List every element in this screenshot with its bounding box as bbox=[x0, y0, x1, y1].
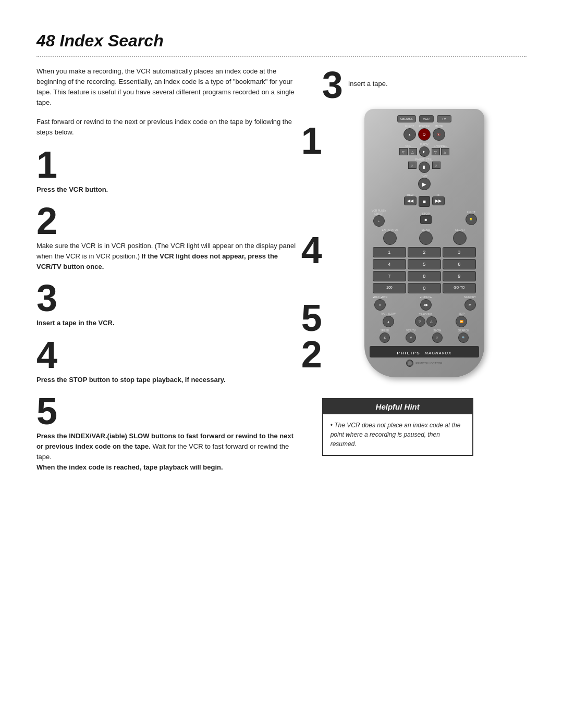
num0-button[interactable]: 0 bbox=[408, 283, 441, 293]
speed-button[interactable]: S bbox=[380, 332, 390, 343]
search-button[interactable]: 🔍 bbox=[458, 332, 469, 343]
step-4-bold: Press the STOP button to stop tape playb… bbox=[36, 376, 226, 384]
step-3-text: Insert a tape in the VCR. bbox=[36, 318, 301, 328]
play-label: PLAY bbox=[370, 174, 479, 177]
num9-button[interactable]: 9 bbox=[443, 271, 476, 281]
num6-button[interactable]: 6 bbox=[443, 259, 476, 269]
exit-menu-clear-row: EXIT/STATUS MENU CLEAR bbox=[372, 228, 477, 245]
stop-button2[interactable]: ■ bbox=[420, 215, 432, 224]
num8-button[interactable]: 8 bbox=[408, 271, 441, 281]
vcr-plus-button[interactable]: + bbox=[373, 215, 385, 227]
philips-brand: PHILIPS bbox=[397, 351, 421, 355]
magnavox-brand: MAGNAVOX bbox=[425, 351, 452, 355]
num7-button[interactable]: 7 bbox=[373, 271, 406, 281]
memory-group: MEMORY M bbox=[464, 295, 475, 311]
fadv-group: F.ADV ▶ bbox=[419, 143, 430, 157]
right-num-4: 4 bbox=[301, 229, 322, 272]
left-column: When you make a recording, the VCR autom… bbox=[36, 66, 301, 480]
fadv-label: F.ADV bbox=[420, 143, 429, 146]
power-button[interactable]: ⏻ bbox=[418, 128, 431, 141]
remote-mode-buttons: CBL/DSS VCR TV bbox=[370, 115, 479, 122]
num5-button[interactable]: 5 bbox=[408, 259, 441, 269]
menu-group: MENU bbox=[419, 228, 433, 245]
goto-button[interactable]: GO-TO bbox=[443, 283, 476, 293]
page-title: 48 Index Search bbox=[36, 31, 527, 51]
memory-button[interactable]: M bbox=[464, 299, 476, 311]
right-step3-label: Insert a tape. bbox=[348, 66, 388, 88]
tv-button[interactable]: TV bbox=[437, 115, 451, 122]
rew-group: REW ◀◀ bbox=[404, 193, 417, 205]
index-memory-row: ●REC ●DTR ● ◄INDEX► ◀▶ MEMORY M bbox=[373, 295, 476, 311]
helpful-hint-box: Helpful Hint • The VCR does not place an… bbox=[322, 398, 473, 456]
skip-button[interactable]: ⏩ bbox=[456, 316, 467, 327]
channel-group: CHANNEL ▽ △ bbox=[432, 144, 449, 155]
num2-button[interactable]: 2 bbox=[408, 247, 441, 257]
right-num-1: 1 bbox=[301, 119, 322, 162]
slow-label: SLOW bbox=[433, 329, 441, 332]
remote-locator-label: REMOTE LOCATOR bbox=[415, 362, 442, 365]
rew-button[interactable]: ◀◀ bbox=[404, 196, 417, 205]
dotted-rule bbox=[36, 56, 527, 57]
exit-status-button[interactable] bbox=[383, 231, 397, 245]
channel-buttons: ▽ △ bbox=[432, 148, 449, 155]
num3-button[interactable]: 3 bbox=[443, 247, 476, 257]
step-5-bold: When the index code is reached, tape pla… bbox=[36, 463, 223, 471]
stop-button[interactable]: ■ bbox=[419, 196, 430, 207]
vol-label: VOL bbox=[405, 144, 411, 147]
slow-button[interactable]: ▽ bbox=[432, 332, 443, 343]
cbl-dss-button[interactable]: CBL/DSS bbox=[397, 115, 416, 122]
vol-buttons: ▽ △ bbox=[399, 148, 417, 155]
step-2-text: Make sure the VCR is in VCR position. (T… bbox=[36, 241, 301, 272]
step-3-number: 3 bbox=[36, 279, 301, 317]
num100-button[interactable]: 100 bbox=[373, 283, 406, 293]
light-button[interactable]: 💡 bbox=[466, 214, 477, 225]
pause-still-button[interactable]: ⏸ bbox=[419, 162, 430, 173]
rec-dtr-group: ●REC ●DTR ● bbox=[373, 295, 387, 311]
step-5-number: 5 bbox=[36, 392, 301, 430]
vcr-tv-group: VCR/TV V bbox=[406, 329, 416, 343]
helpful-hint-item: • The VCR does not place an index code a… bbox=[331, 421, 465, 449]
index-group: ◄INDEX► ◀▶ bbox=[419, 295, 432, 311]
vol-group: VOL ▽ △ bbox=[399, 144, 417, 155]
ff-button[interactable]: ▶▶ bbox=[432, 196, 445, 205]
pause-still-label: PAUSE/STILL bbox=[370, 158, 479, 161]
mute-label: MUTE bbox=[435, 125, 443, 128]
eject-group: EJECT ▲ bbox=[403, 125, 416, 141]
var-slow-button[interactable]: ▲ bbox=[383, 316, 394, 327]
remote-locator: REMOTE LOCATOR bbox=[370, 360, 479, 367]
eject-button[interactable]: ▲ bbox=[403, 128, 416, 141]
num4-button[interactable]: 4 bbox=[373, 259, 406, 269]
rec-dtr-label: ●REC ●DTR bbox=[373, 295, 387, 299]
helpful-hint-title: Helpful Hint bbox=[323, 399, 472, 414]
play-button[interactable]: ▶ bbox=[418, 178, 431, 190]
speed-vcrtv-slow-search-row: SPEED S VCR/TV V SLOW ▽ SEARCH bbox=[372, 329, 477, 343]
rec-dtr-button[interactable]: ● bbox=[374, 299, 386, 311]
index-button[interactable]: ◀▶ bbox=[420, 299, 432, 311]
vol-up-button[interactable]: △ bbox=[409, 148, 417, 155]
clear-button[interactable] bbox=[453, 231, 467, 245]
channel-up-button[interactable]: △ bbox=[441, 148, 449, 155]
tracking-label: TRACKING bbox=[419, 313, 433, 316]
menu-button[interactable] bbox=[419, 231, 433, 245]
remote-area: 1 4 5 2 CBL/DSS VCR TV bbox=[322, 109, 527, 377]
mute-button[interactable]: 🔇 bbox=[433, 128, 445, 141]
index-label-text: ◄INDEX► bbox=[419, 295, 432, 299]
tracking-down-button[interactable]: ▽ bbox=[415, 316, 425, 327]
power-group: POWER ⏻ bbox=[418, 125, 431, 141]
vol-down-button[interactable]: ▽ bbox=[399, 148, 408, 155]
skip-label: SKIP bbox=[459, 312, 464, 315]
fadv-button[interactable]: ▶ bbox=[419, 146, 430, 157]
num1-button[interactable]: 1 bbox=[373, 247, 406, 257]
helpful-hint-body: • The VCR does not place an index code a… bbox=[323, 414, 472, 455]
speed-label: SPEED bbox=[381, 329, 389, 332]
pause-down-button[interactable]: ▽ bbox=[408, 162, 417, 169]
var-slow-label: VAR. SLOW bbox=[381, 312, 395, 315]
tracking-up-button[interactable]: △ bbox=[426, 316, 437, 327]
play-row: ▶ bbox=[370, 178, 479, 190]
remote-locator-icon bbox=[406, 360, 413, 367]
vcr-tv-button[interactable]: V bbox=[406, 332, 416, 343]
channel-down-button[interactable]: ▽ bbox=[432, 148, 440, 155]
pause-up-button[interactable]: ▽ bbox=[432, 162, 440, 169]
vcr-button[interactable]: VCR bbox=[419, 115, 434, 122]
skip-group: SKIP ⏩ bbox=[456, 312, 467, 327]
